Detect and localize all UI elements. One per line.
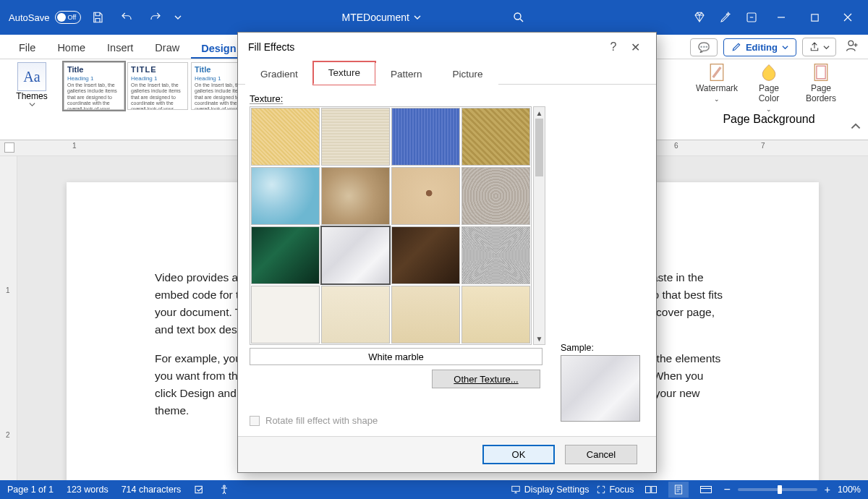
sample-area: Sample: [561, 343, 640, 422]
texture-swatch[interactable] [461, 108, 530, 166]
dialog-mask: Fill Effects ? ✕ Gradient Texture Patter… [0, 0, 868, 499]
cancel-button[interactable]: Cancel [565, 445, 637, 464]
texture-swatch[interactable] [391, 108, 460, 166]
dialog-tabs: Gradient Texture Pattern Picture [238, 61, 656, 85]
texture-swatch[interactable] [251, 226, 320, 284]
texture-label: Texture: [250, 93, 283, 104]
texture-swatch[interactable] [321, 286, 390, 344]
dialog-title: Fill Effects [248, 41, 294, 53]
texture-swatch[interactable] [251, 108, 320, 166]
ok-button[interactable]: OK [482, 445, 555, 464]
texture-swatch[interactable] [251, 167, 320, 225]
texture-name-display: White marble [250, 348, 542, 365]
tab-texture[interactable]: Texture [313, 61, 375, 85]
help-button[interactable]: ? [603, 40, 624, 54]
texture-swatch[interactable] [321, 167, 390, 225]
tab-gradient[interactable]: Gradient [245, 63, 313, 85]
sample-swatch [561, 355, 640, 422]
texture-swatch[interactable] [461, 286, 530, 344]
scroll-down-icon[interactable]: ▼ [534, 333, 545, 344]
fill-effects-dialog: Fill Effects ? ✕ Gradient Texture Patter… [237, 32, 657, 473]
other-texture-button[interactable]: Other Texture... [432, 370, 540, 388]
rotate-checkbox-row: Rotate fill effect with shape [250, 415, 378, 426]
texture-scrollbar[interactable]: ▲ ▼ [533, 106, 545, 345]
dialog-titlebar: Fill Effects ? ✕ [238, 33, 656, 61]
texture-swatch[interactable] [461, 226, 530, 284]
close-icon[interactable]: ✕ [624, 40, 646, 54]
texture-swatch[interactable] [251, 286, 320, 344]
dialog-footer: OK Cancel [238, 436, 656, 472]
texture-swatch-selected[interactable] [321, 226, 390, 284]
scroll-up-icon[interactable]: ▲ [534, 107, 545, 119]
texture-swatch[interactable] [391, 286, 460, 344]
tab-picture[interactable]: Picture [438, 63, 498, 85]
texture-swatch[interactable] [321, 108, 390, 166]
texture-swatch[interactable] [461, 167, 530, 225]
texture-swatch[interactable] [391, 167, 460, 225]
sample-label: Sample: [561, 343, 640, 353]
texture-grid [250, 106, 532, 345]
texture-swatch[interactable] [391, 226, 460, 284]
rotate-label: Rotate fill effect with shape [265, 415, 378, 426]
tab-pattern[interactable]: Pattern [375, 63, 438, 85]
rotate-checkbox[interactable] [250, 416, 260, 426]
